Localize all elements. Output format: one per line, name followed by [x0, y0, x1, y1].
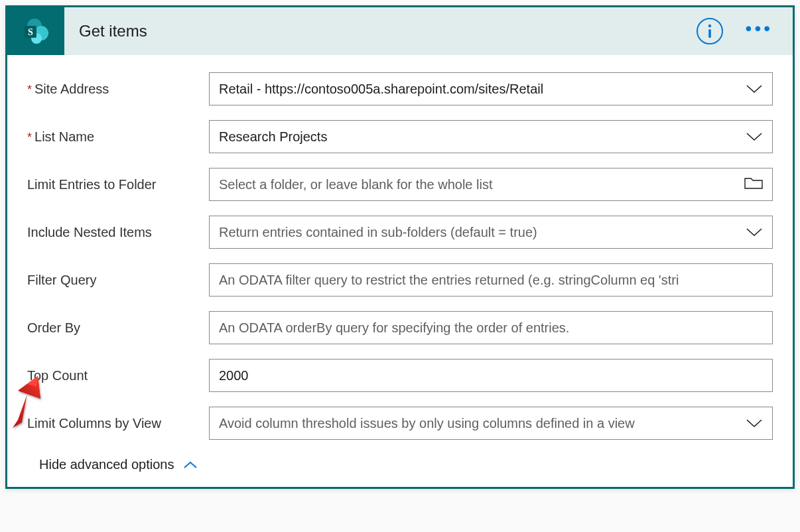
chevron-down-icon [746, 228, 763, 237]
card-title: Get items [64, 22, 697, 40]
info-icon [707, 24, 712, 38]
required-asterisk: * [27, 83, 32, 97]
svg-rect-6 [708, 29, 711, 38]
list-name-select[interactable]: Research Projects [209, 120, 773, 153]
svg-text:S: S [28, 27, 33, 37]
field-row-include-nested: Include Nested Items Return entries cont… [27, 216, 773, 249]
label-limit-columns: Limit Columns by View [27, 416, 209, 431]
hide-advanced-toggle[interactable]: Hide advanced options [27, 457, 773, 472]
chevron-up-icon [183, 457, 198, 472]
card-body: * Site Address Retail - https://contoso0… [7, 55, 793, 487]
include-nested-placeholder: Return entries contained in sub-folders … [219, 225, 739, 240]
limit-columns-select[interactable]: Avoid column threshold issues by only us… [209, 407, 773, 440]
limit-folder-placeholder: Select a folder, or leave blank for the … [219, 177, 738, 192]
field-row-list-name: * List Name Research Projects [27, 120, 773, 153]
chevron-down-icon [746, 132, 763, 141]
order-by-input[interactable]: An ODATA orderBy query for specifying th… [209, 311, 773, 344]
more-menu-button[interactable]: ••• [746, 19, 773, 43]
chevron-down-icon [746, 419, 763, 428]
label-site-address: * Site Address [27, 82, 209, 97]
field-row-site-address: * Site Address Retail - https://contoso0… [27, 72, 773, 105]
field-row-order-by: Order By An ODATA orderBy query for spec… [27, 311, 773, 344]
header-actions: ••• [697, 18, 793, 44]
field-row-limit-folder: Limit Entries to Folder Select a folder,… [27, 168, 773, 201]
field-row-limit-columns: Limit Columns by View Avoid column thres… [27, 407, 773, 440]
label-list-name: * List Name [27, 129, 209, 145]
label-order-by: Order By [27, 320, 209, 336]
top-count-value: 2000 [219, 368, 763, 383]
field-row-filter-query: Filter Query An ODATA filter query to re… [27, 263, 773, 297]
field-row-top-count: Top Count 2000 [27, 359, 773, 392]
action-card: S Get items ••• * Site Address Retail - … [5, 5, 795, 489]
sharepoint-icon: S [21, 17, 50, 46]
hide-advanced-label: Hide advanced options [39, 457, 174, 472]
filter-query-input[interactable]: An ODATA filter query to restrict the en… [209, 263, 773, 297]
label-filter-query: Filter Query [27, 273, 209, 288]
limit-folder-picker[interactable]: Select a folder, or leave blank for the … [209, 168, 773, 201]
connector-icon-box: S [7, 7, 64, 55]
limit-columns-placeholder: Avoid column threshold issues by only us… [219, 416, 739, 431]
site-address-value: Retail - https://contoso005a.sharepoint.… [219, 82, 739, 97]
chevron-down-icon [746, 84, 763, 94]
svg-point-5 [708, 25, 710, 27]
site-address-select[interactable]: Retail - https://contoso005a.sharepoint.… [209, 72, 773, 105]
label-limit-folder: Limit Entries to Folder [27, 177, 209, 192]
filter-query-placeholder: An ODATA filter query to restrict the en… [219, 273, 763, 288]
folder-icon [744, 176, 763, 193]
order-by-placeholder: An ODATA orderBy query for specifying th… [219, 320, 763, 336]
include-nested-select[interactable]: Return entries contained in sub-folders … [209, 216, 773, 249]
list-name-value: Research Projects [219, 129, 739, 145]
card-header: S Get items ••• [7, 7, 793, 55]
required-asterisk: * [27, 131, 32, 145]
label-include-nested: Include Nested Items [27, 225, 209, 240]
label-top-count: Top Count [27, 368, 209, 383]
info-button[interactable] [697, 18, 723, 44]
top-count-input[interactable]: 2000 [209, 359, 773, 392]
